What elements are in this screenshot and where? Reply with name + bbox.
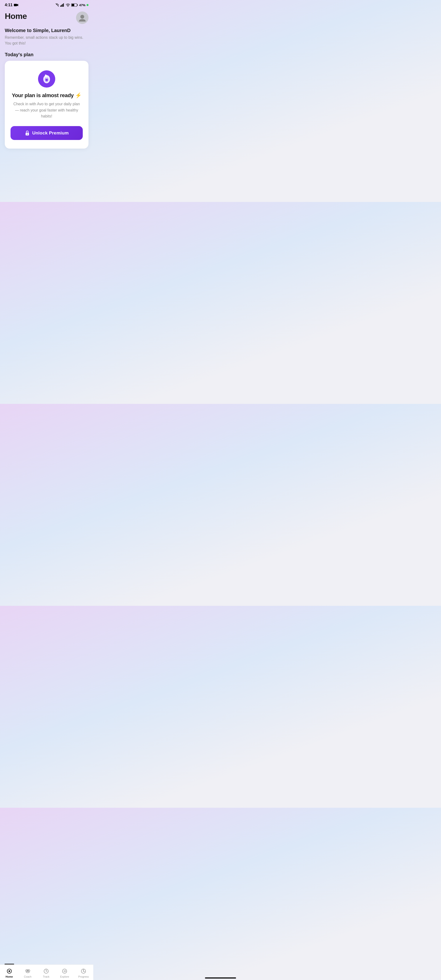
svg-point-7 bbox=[68, 6, 68, 7]
svg-rect-0 bbox=[14, 4, 17, 6]
signal-icon bbox=[60, 3, 65, 7]
status-time: 4:11 bbox=[5, 3, 18, 7]
plan-description: Check in with Avo to get your daily plan… bbox=[13, 101, 80, 119]
avo-icon bbox=[41, 74, 52, 84]
lock-icon bbox=[25, 130, 30, 136]
profile-avatar-button[interactable] bbox=[76, 11, 89, 24]
plan-heading: Your plan is almost ready ⚡ bbox=[12, 92, 81, 99]
svg-rect-4 bbox=[61, 5, 62, 7]
svg-rect-10 bbox=[71, 4, 74, 6]
welcome-section: Welcome to Simple, LaurenD Remember, sma… bbox=[5, 28, 89, 46]
camera-icon bbox=[14, 3, 18, 7]
avo-icon-circle bbox=[38, 70, 55, 88]
plan-card: Your plan is almost ready ⚡ Check in wit… bbox=[5, 61, 89, 149]
green-dot bbox=[87, 4, 89, 6]
battery-icon bbox=[71, 3, 78, 7]
content-area: Welcome to Simple, LaurenD Remember, sma… bbox=[0, 28, 93, 149]
svg-point-11 bbox=[80, 15, 84, 19]
mute-icon bbox=[55, 3, 59, 7]
svg-rect-5 bbox=[62, 4, 63, 7]
svg-marker-1 bbox=[17, 4, 18, 6]
svg-point-14 bbox=[46, 79, 48, 81]
svg-rect-3 bbox=[60, 5, 61, 7]
status-bar: 4:11 47% bbox=[0, 0, 93, 9]
welcome-title: Welcome to Simple, LaurenD bbox=[5, 28, 89, 33]
svg-point-16 bbox=[46, 78, 48, 79]
header: Home bbox=[0, 9, 93, 28]
user-avatar-icon bbox=[78, 13, 87, 22]
welcome-subtitle: Remember, small actions stack up to big … bbox=[5, 35, 89, 46]
svg-point-18 bbox=[27, 134, 28, 134]
wifi-icon bbox=[66, 3, 70, 7]
status-icons: 47% bbox=[55, 3, 89, 7]
unlock-premium-button[interactable]: Unlock Premium bbox=[11, 126, 83, 140]
battery-percent: 47% bbox=[79, 3, 86, 7]
svg-rect-6 bbox=[63, 3, 64, 7]
todays-plan-label: Today's plan bbox=[5, 52, 89, 57]
page-title: Home bbox=[5, 11, 27, 21]
svg-rect-9 bbox=[77, 5, 78, 6]
